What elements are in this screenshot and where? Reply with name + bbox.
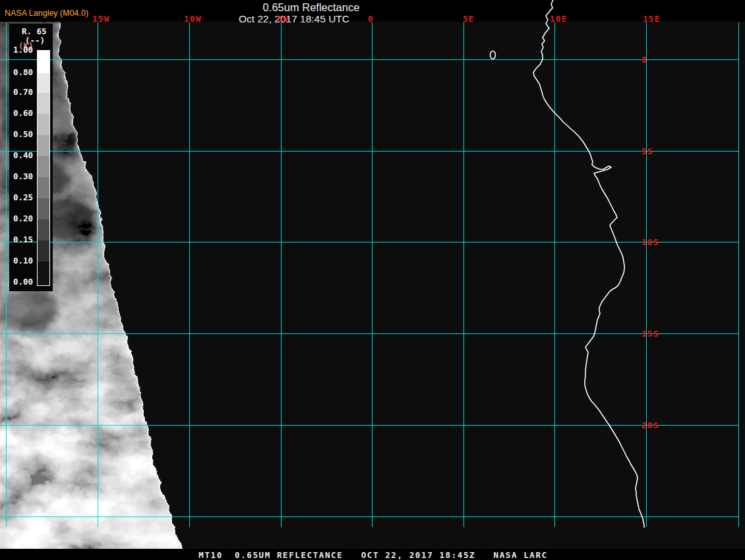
colorbar-segment: [38, 240, 49, 262]
latitude-label: 15S: [641, 329, 659, 338]
colorbar-gradient: [37, 50, 50, 286]
colorbar-segment: [38, 135, 49, 156]
colorbar-segment: [38, 73, 49, 93]
colorbar-segment: [38, 51, 49, 73]
colorbar-tick-label: 1.00: [0, 46, 33, 55]
colorbar-tick-label: 0.80: [0, 69, 33, 77]
latitude-label: 10S: [641, 238, 659, 246]
satellite-image-viewer: NASA Langley (M04.0) 0.65um Reflectance …: [0, 0, 745, 560]
longitude-label: 15W: [92, 14, 109, 23]
longitude-label: 5E: [463, 14, 475, 23]
page-title: 0.65um Reflectance: [263, 2, 360, 13]
colorbar-segment: [38, 114, 49, 135]
colorbar-segment: [38, 156, 49, 177]
longitude-label: 5W: [277, 14, 289, 23]
colorbar-segment: [38, 177, 49, 198]
longitude-label: 10E: [550, 14, 567, 23]
latitude-label: 5S: [641, 147, 653, 155]
colorbar-segment: [38, 93, 49, 114]
colorbar-segment: [38, 198, 49, 219]
map-canvas: [0, 0, 745, 560]
colorbar-tick-label: 0.00: [0, 278, 33, 287]
colorbar-segment: [38, 262, 49, 285]
colorbar-tick-label: 0.10: [0, 257, 33, 266]
longitude-label: 10W: [184, 14, 201, 23]
source-label: NASA Langley (M04.0): [5, 9, 88, 18]
colorbar-tick-label: 0.30: [0, 173, 33, 181]
colorbar-tick-label: 0.70: [0, 88, 33, 97]
colorbar-tick-label: 0.60: [0, 109, 33, 118]
colorbar-tick-label: 0.15: [0, 236, 33, 244]
colorbar-tick-label: 0.25: [0, 194, 33, 202]
page-subtitle: Oct 22, 2017 18:45 UTC: [239, 14, 349, 24]
colorbar-segment: [38, 219, 49, 240]
footer-caption: MT10 0.65UM REFLECTANCE OCT 22, 2017 18:…: [198, 551, 547, 560]
colorbar-tick-label: 0.50: [0, 130, 33, 139]
longitude-label: 15E: [643, 14, 660, 23]
colorbar-title: R. 65: [22, 28, 47, 36]
colorbar-tick-label: 0.40: [0, 152, 33, 160]
longitude-label: 0: [368, 14, 374, 23]
latitude-label: 20S: [641, 421, 659, 430]
latitude-label: 0: [641, 55, 647, 64]
colorbar-tick-label: 0.20: [0, 215, 33, 223]
